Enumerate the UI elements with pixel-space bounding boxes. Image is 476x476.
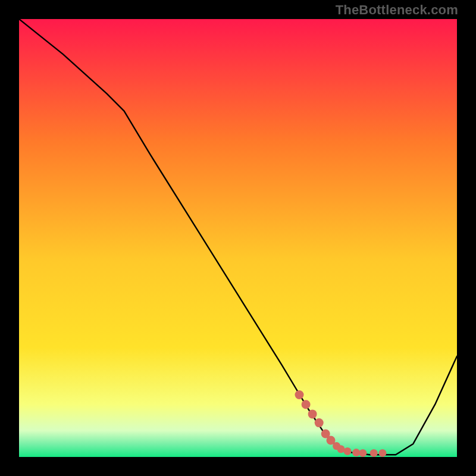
highlight-marker	[295, 390, 304, 399]
highlight-marker	[352, 449, 360, 456]
highlight-marker	[344, 447, 352, 455]
highlight-marker	[337, 445, 345, 453]
highlight-marker	[308, 409, 317, 418]
plot-area	[19, 19, 457, 457]
chart-frame: TheBottleneck.com	[0, 0, 476, 476]
gradient-background	[19, 19, 457, 457]
highlight-marker	[370, 449, 378, 457]
highlight-marker	[359, 449, 367, 457]
watermark-label: TheBottleneck.com	[336, 2, 458, 18]
highlight-marker	[315, 418, 324, 427]
highlight-marker	[378, 449, 386, 457]
chart-svg	[19, 19, 457, 457]
highlight-marker	[302, 400, 311, 409]
